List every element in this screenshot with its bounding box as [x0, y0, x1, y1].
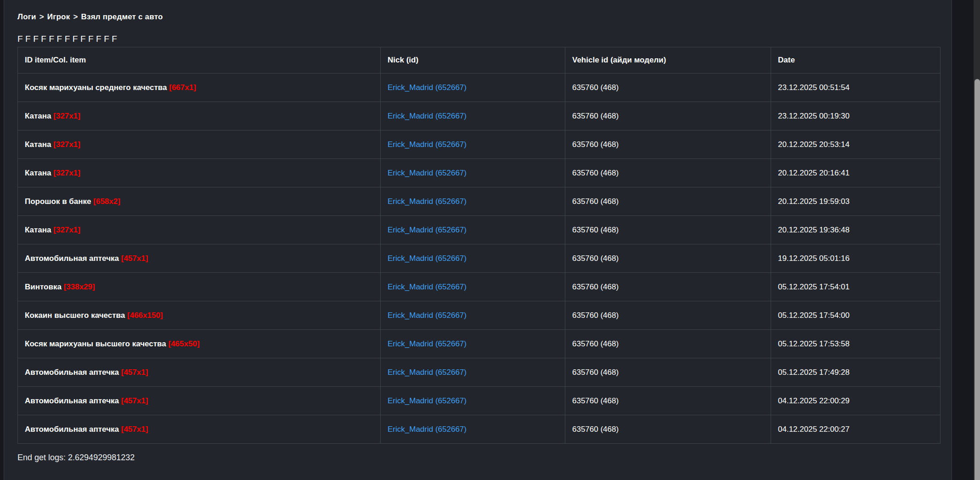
table-row: Косяк марихуаны среднего качества [667x1…: [18, 73, 941, 102]
item-cell: Автомобильная аптечка [457x1]: [18, 358, 381, 387]
table-row: Автомобильная аптечка [457x1] Erick_Madr…: [18, 244, 941, 273]
item-cell: Катана [327x1]: [18, 216, 381, 244]
vehicle-id: 635760 (468): [565, 330, 771, 358]
vehicle-id: 635760 (468): [565, 301, 771, 330]
nick-link[interactable]: Erick_Madrid (652667): [388, 368, 467, 377]
column-header-vehicle: Vehicle id (айди модели): [565, 47, 771, 73]
filter-letter[interactable]: F: [112, 34, 117, 44]
item-quantity: [327x1]: [53, 226, 80, 234]
nick-link[interactable]: Erick_Madrid (652667): [388, 140, 467, 149]
log-date: 23.12.2025 00:51:54: [771, 73, 941, 102]
table-header-row: ID item/Col. item Nick (id) Vehicle id (…: [18, 47, 941, 73]
item-quantity: [667x1]: [169, 83, 196, 92]
item-cell: Катана [327x1]: [18, 159, 381, 187]
item-cell: Автомобильная аптечка [457x1]: [18, 244, 381, 273]
nick-cell: Erick_Madrid (652667): [381, 102, 565, 130]
nick-cell: Erick_Madrid (652667): [381, 415, 565, 444]
item-cell: Катана [327x1]: [18, 102, 381, 130]
breadcrumb-link-player[interactable]: Игрок: [47, 12, 70, 21]
nick-link[interactable]: Erick_Madrid (652667): [388, 311, 467, 320]
nick-cell: Erick_Madrid (652667): [381, 301, 565, 330]
item-quantity: [457x1]: [121, 254, 148, 263]
item-quantity: [658x2]: [93, 197, 120, 206]
nick-cell: Erick_Madrid (652667): [381, 387, 565, 415]
log-table-body: Косяк марихуаны среднего качества [667x1…: [18, 73, 941, 444]
table-row: Автомобильная аптечка [457x1] Erick_Madr…: [18, 387, 941, 415]
table-row: Автомобильная аптечка [457x1] Erick_Madr…: [18, 415, 941, 444]
nick-link[interactable]: Erick_Madrid (652667): [388, 425, 467, 434]
item-name: Косяк марихуаны высшего качества: [25, 339, 166, 348]
item-cell: Косяк марихуаны высшего качества [465x50…: [18, 330, 381, 358]
nick-cell: Erick_Madrid (652667): [381, 216, 565, 244]
filter-letter[interactable]: F: [33, 34, 39, 44]
item-name: Кокаин высшего качества: [25, 311, 125, 320]
breadcrumb: Логи>Игрок>Взял предмет с авто: [17, 12, 952, 22]
log-date: 20.12.2025 20:53:14: [771, 130, 941, 159]
breadcrumb-separator: >: [36, 12, 47, 21]
filter-letter[interactable]: F: [17, 34, 23, 44]
item-name: Автомобильная аптечка: [25, 368, 119, 377]
nick-link[interactable]: Erick_Madrid (652667): [388, 282, 467, 291]
vehicle-id: 635760 (468): [565, 358, 771, 387]
item-cell: Порошок в банке [658x2]: [18, 187, 381, 216]
vertical-scrollbar-track[interactable]: [974, 0, 980, 480]
item-name: Автомобильная аптечка: [25, 425, 119, 434]
filter-letter[interactable]: F: [65, 34, 70, 44]
table-row: Кокаин высшего качества [466x150] Erick_…: [18, 301, 941, 330]
nick-cell: Erick_Madrid (652667): [381, 330, 565, 358]
filter-letter[interactable]: F: [104, 34, 109, 44]
breadcrumb-separator: >: [70, 12, 81, 21]
vehicle-id: 635760 (468): [565, 159, 771, 187]
nick-link[interactable]: Erick_Madrid (652667): [388, 112, 467, 120]
item-name: Катана: [25, 169, 51, 177]
breadcrumb-current-page: Взял предмет с авто: [81, 12, 163, 21]
item-name: Автомобильная аптечка: [25, 396, 119, 405]
filter-letter[interactable]: F: [57, 34, 62, 44]
nick-link[interactable]: Erick_Madrid (652667): [388, 254, 467, 263]
nick-link[interactable]: Erick_Madrid (652667): [388, 197, 467, 206]
nick-cell: Erick_Madrid (652667): [381, 130, 565, 159]
vertical-scrollbar-thumb[interactable]: [974, 79, 980, 480]
filter-letter[interactable]: F: [25, 34, 31, 44]
content-panel: Логи>Игрок>Взял предмет с авто FFFFFFFFF…: [4, 0, 952, 480]
item-quantity: [338x29]: [64, 282, 95, 291]
column-header-nick: Nick (id): [381, 47, 565, 73]
log-date: 05.12.2025 17:49:28: [771, 358, 941, 387]
filter-letter[interactable]: F: [73, 34, 78, 44]
log-date: 04.12.2025 22:00:27: [771, 415, 941, 444]
item-quantity: [327x1]: [53, 112, 80, 120]
log-date: 05.12.2025 17:53:58: [771, 330, 941, 358]
log-date: 23.12.2025 00:19:30: [771, 102, 941, 130]
vehicle-id: 635760 (468): [565, 273, 771, 301]
breadcrumb-link-logs[interactable]: Логи: [17, 12, 36, 21]
item-name: Порошок в банке: [25, 197, 91, 206]
vehicle-id: 635760 (468): [565, 187, 771, 216]
table-row: Автомобильная аптечка [457x1] Erick_Madr…: [18, 358, 941, 387]
item-name: Винтовка: [25, 282, 62, 291]
filter-letter[interactable]: F: [41, 34, 46, 44]
item-quantity: [457x1]: [121, 396, 148, 405]
log-date: 04.12.2025 22:00:29: [771, 387, 941, 415]
column-header-date: Date: [771, 47, 941, 73]
nick-cell: Erick_Madrid (652667): [381, 358, 565, 387]
filter-letter[interactable]: F: [88, 34, 94, 44]
log-date: 20.12.2025 19:36:48: [771, 216, 941, 244]
filter-letter[interactable]: F: [80, 34, 86, 44]
log-date: 05.12.2025 17:54:01: [771, 273, 941, 301]
nick-link[interactable]: Erick_Madrid (652667): [388, 339, 467, 348]
filter-letter[interactable]: F: [96, 34, 101, 44]
item-name: Катана: [25, 226, 51, 234]
table-row: Порошок в банке [658x2] Erick_Madrid (65…: [18, 187, 941, 216]
item-quantity: [466x150]: [127, 311, 163, 320]
filter-letter[interactable]: F: [49, 34, 54, 44]
status-text: End get logs: 2.6294929981232: [17, 453, 952, 463]
nick-link[interactable]: Erick_Madrid (652667): [388, 226, 467, 234]
nick-link[interactable]: Erick_Madrid (652667): [388, 396, 467, 405]
vehicle-id: 635760 (468): [565, 244, 771, 273]
nick-link[interactable]: Erick_Madrid (652667): [388, 169, 467, 177]
log-viewer-screen: Логи>Игрок>Взял предмет с авто FFFFFFFFF…: [0, 0, 980, 480]
item-cell: Автомобильная аптечка [457x1]: [18, 415, 381, 444]
log-date: 20.12.2025 19:59:03: [771, 187, 941, 216]
item-name: Катана: [25, 140, 51, 149]
nick-link[interactable]: Erick_Madrid (652667): [388, 83, 467, 92]
